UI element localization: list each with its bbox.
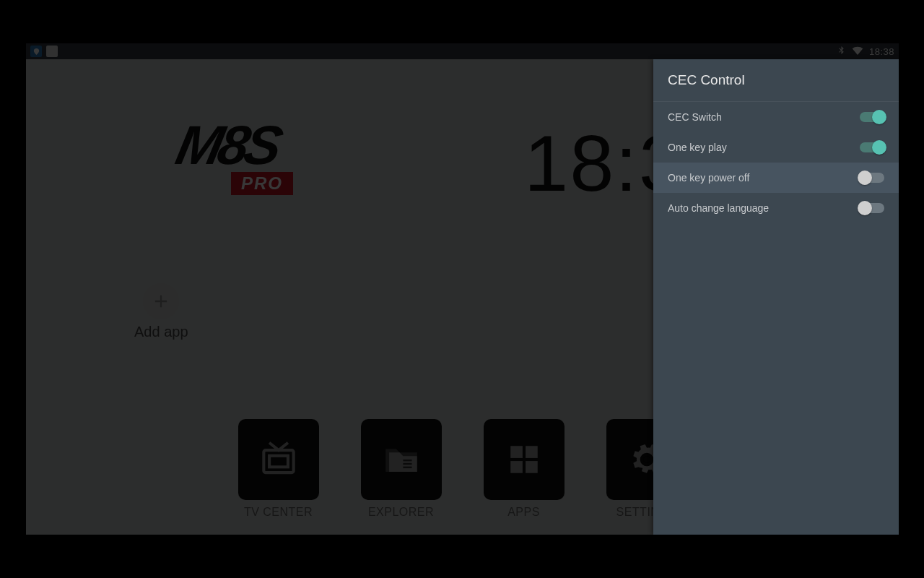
row-label: One key play [668,142,727,153]
panel-title: CEC Control [653,59,899,102]
one-key-power-off-row[interactable]: One key power off [653,163,899,193]
one-key-play-row[interactable]: One key play [653,132,899,163]
row-label: Auto change language [668,202,769,214]
toggle-switch[interactable] [860,173,884,183]
toggle-switch[interactable] [860,112,884,122]
toggle-switch[interactable] [860,203,884,213]
toggle-switch[interactable] [860,142,884,152]
cec-control-panel: CEC Control CEC Switch One key play One … [653,59,899,535]
row-label: One key power off [668,172,749,184]
auto-change-language-row[interactable]: Auto change language [653,193,899,223]
cec-switch-row[interactable]: CEC Switch [653,102,899,132]
row-label: CEC Switch [668,111,722,123]
